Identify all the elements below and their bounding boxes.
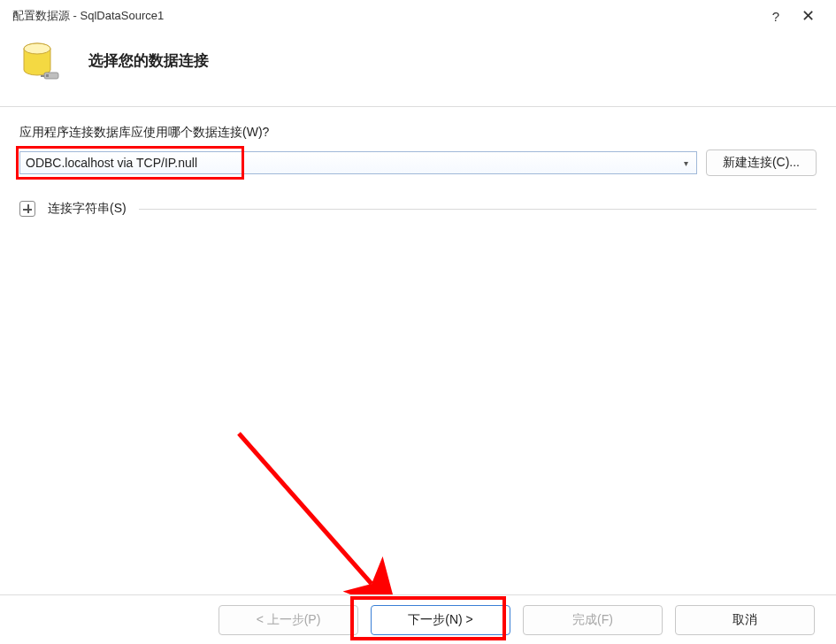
header-section: 选择您的数据连接 xyxy=(0,32,836,106)
connection-row: ODBC.localhost via TCP/IP.null ▾ 新建连接(C)… xyxy=(19,150,817,176)
chevron-down-icon: ▾ xyxy=(678,153,695,172)
expander-line xyxy=(139,209,817,210)
connection-selected-value: ODBC.localhost via TCP/IP.null xyxy=(26,156,197,170)
connection-dropdown[interactable]: ODBC.localhost via TCP/IP.null ▾ xyxy=(19,151,697,174)
titlebar: 配置数据源 - SqlDataSource1 ? ✕ xyxy=(0,0,836,32)
page-heading: 选择您的数据连接 xyxy=(88,50,209,71)
connection-string-label: 连接字符串(S) xyxy=(48,201,127,217)
database-icon xyxy=(21,41,62,85)
prompt-label: 应用程序连接数据库应使用哪个数据连接(W)? xyxy=(19,125,817,141)
content-area: 应用程序连接数据库应使用哪个数据连接(W)? ODBC.localhost vi… xyxy=(0,107,836,226)
connection-string-expander: 连接字符串(S) xyxy=(19,201,817,217)
help-icon[interactable]: ? xyxy=(760,9,792,24)
expand-toggle-icon[interactable] xyxy=(19,201,35,217)
close-icon[interactable]: ✕ xyxy=(792,6,824,26)
svg-line-5 xyxy=(239,433,372,584)
wizard-footer: < 上一步(P) 下一步(N) > 完成(F) 取消 xyxy=(0,594,836,644)
svg-point-1 xyxy=(24,43,50,54)
window-title: 配置数据源 - SqlDataSource1 xyxy=(12,8,760,24)
new-connection-button[interactable]: 新建连接(C)... xyxy=(706,150,817,176)
svg-rect-3 xyxy=(46,74,49,77)
finish-button[interactable]: 完成(F) xyxy=(523,605,663,635)
annotation-arrow xyxy=(230,425,425,610)
back-button[interactable]: < 上一步(P) xyxy=(219,605,358,635)
cancel-button[interactable]: 取消 xyxy=(675,605,815,635)
connection-dropdown-wrap: ODBC.localhost via TCP/IP.null ▾ xyxy=(19,151,697,174)
next-button[interactable]: 下一步(N) > xyxy=(371,605,510,635)
